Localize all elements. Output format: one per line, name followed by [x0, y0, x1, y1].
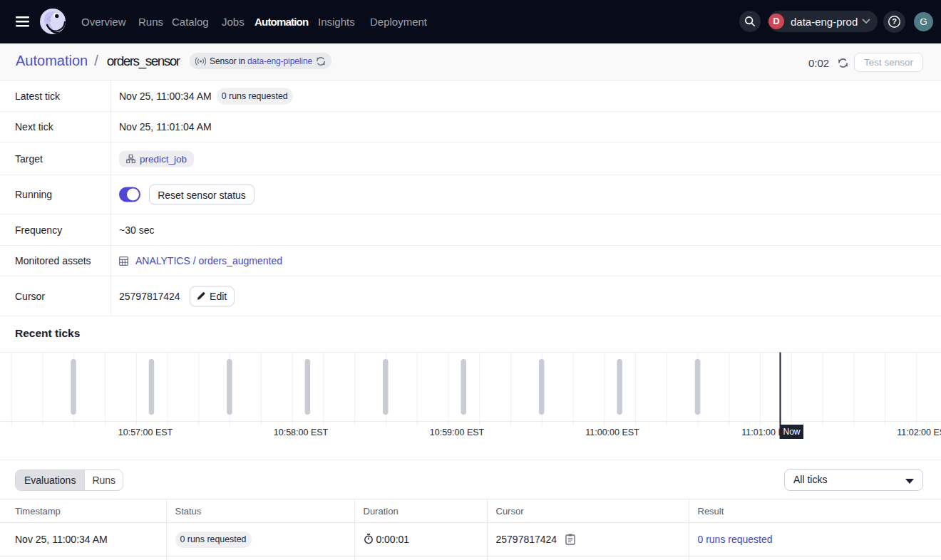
svg-text:?: ? [892, 17, 897, 26]
